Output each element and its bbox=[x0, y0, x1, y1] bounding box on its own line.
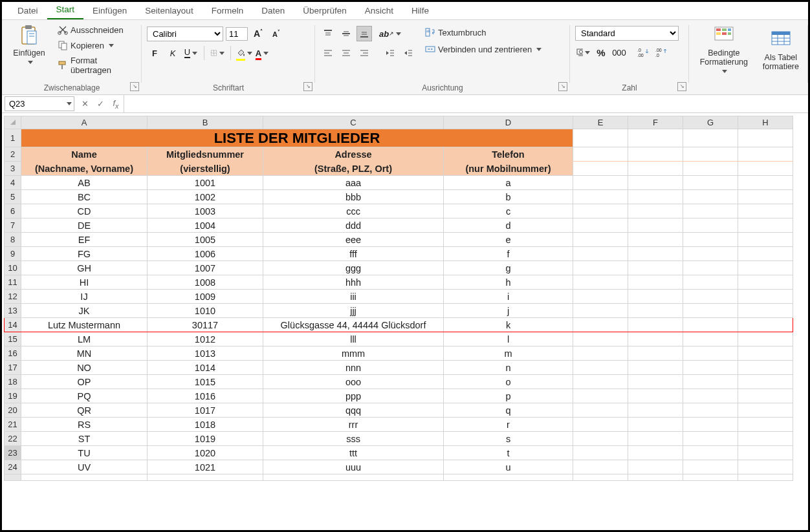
cell[interactable]: 1010 bbox=[148, 304, 263, 318]
cell[interactable]: p bbox=[444, 389, 573, 403]
cell[interactable] bbox=[573, 290, 628, 304]
orientation-button[interactable]: ab↗ bbox=[382, 26, 398, 41]
row-header-3[interactable]: 3 bbox=[5, 162, 21, 176]
menu-tab-einfügen[interactable]: Einfügen bbox=[83, 2, 136, 19]
cell[interactable] bbox=[628, 361, 683, 375]
cell[interactable] bbox=[573, 218, 628, 233]
cell[interactable] bbox=[738, 418, 793, 432]
cell[interactable] bbox=[683, 304, 738, 318]
cell[interactable]: 1003 bbox=[148, 204, 263, 218]
copy-button[interactable]: Kopieren bbox=[55, 39, 137, 52]
row-header-10[interactable]: 10 bbox=[5, 261, 21, 275]
cell[interactable] bbox=[573, 176, 628, 190]
align-center-button[interactable] bbox=[338, 45, 354, 61]
format-as-table-button[interactable]: Als Tabelformatiere bbox=[759, 25, 803, 78]
cell[interactable]: 1002 bbox=[148, 190, 263, 204]
chevron-down-icon[interactable] bbox=[67, 102, 72, 105]
cell[interactable]: bbb bbox=[263, 190, 444, 204]
menu-tab-daten[interactable]: Daten bbox=[252, 2, 294, 19]
menu-tab-hilfe[interactable]: Hilfe bbox=[402, 2, 438, 19]
header-cell[interactable] bbox=[738, 147, 793, 162]
cell[interactable]: EF bbox=[21, 233, 148, 247]
cell[interactable]: ttt bbox=[263, 446, 444, 460]
cell[interactable]: fff bbox=[263, 247, 444, 261]
cell[interactable]: r bbox=[444, 418, 573, 432]
cell[interactable] bbox=[573, 261, 628, 275]
menu-tab-seitenlayout[interactable]: Seitenlayout bbox=[136, 2, 202, 19]
menu-tab-ansicht[interactable]: Ansicht bbox=[356, 2, 402, 19]
cell[interactable] bbox=[683, 432, 738, 446]
cell[interactable] bbox=[738, 375, 793, 389]
menu-tab-start[interactable]: Start bbox=[47, 1, 84, 19]
cell[interactable] bbox=[683, 332, 738, 346]
cell[interactable]: 1004 bbox=[148, 218, 263, 233]
row-header-20[interactable]: 20 bbox=[5, 403, 21, 418]
cell[interactable]: 1021 bbox=[148, 460, 263, 474]
cell[interactable] bbox=[738, 204, 793, 218]
cell[interactable] bbox=[628, 275, 683, 290]
header-cell[interactable] bbox=[683, 147, 738, 162]
cell[interactable]: u bbox=[444, 460, 573, 474]
row-header[interactable] bbox=[5, 474, 21, 481]
cell[interactable] bbox=[738, 304, 793, 318]
name-box[interactable] bbox=[5, 96, 74, 111]
cell[interactable] bbox=[628, 432, 683, 446]
cell[interactable] bbox=[683, 460, 738, 474]
decrease-font-button[interactable]: A˅ bbox=[268, 26, 284, 41]
align-middle-button[interactable] bbox=[338, 26, 354, 41]
cell[interactable] bbox=[628, 233, 683, 247]
col-header-G[interactable]: G bbox=[683, 116, 738, 129]
cell[interactable]: ppp bbox=[263, 389, 444, 403]
col-header-E[interactable]: E bbox=[573, 116, 628, 129]
cell[interactable] bbox=[683, 361, 738, 375]
cell[interactable]: 1018 bbox=[148, 418, 263, 432]
cell[interactable]: TU bbox=[21, 446, 148, 460]
fill-color-button[interactable] bbox=[236, 45, 252, 61]
cell[interactable] bbox=[573, 418, 628, 432]
cell[interactable] bbox=[683, 375, 738, 389]
format-painter-button[interactable]: Format übertragen bbox=[55, 54, 137, 76]
cell[interactable] bbox=[628, 389, 683, 403]
cell[interactable] bbox=[628, 446, 683, 460]
cell[interactable] bbox=[573, 332, 628, 346]
col-header-F[interactable]: F bbox=[628, 116, 683, 129]
row-header-4[interactable]: 4 bbox=[5, 176, 21, 190]
cell[interactable] bbox=[573, 275, 628, 290]
cell[interactable]: a bbox=[444, 176, 573, 190]
align-bottom-button[interactable] bbox=[356, 26, 372, 41]
cell[interactable] bbox=[738, 389, 793, 403]
cell[interactable]: n bbox=[444, 361, 573, 375]
cell[interactable]: 1020 bbox=[148, 446, 263, 460]
cell[interactable] bbox=[628, 304, 683, 318]
spreadsheet-grid[interactable]: ABCDEFGH 1LISTE DER MITGLIEDER2NameMitgl… bbox=[4, 116, 806, 528]
cell[interactable]: b bbox=[444, 190, 573, 204]
header-cell[interactable]: (Straße, PLZ, Ort) bbox=[263, 162, 444, 176]
cell[interactable] bbox=[628, 346, 683, 361]
row-header-1[interactable]: 1 bbox=[5, 129, 21, 147]
cell[interactable]: RS bbox=[21, 418, 148, 432]
cell[interactable] bbox=[738, 432, 793, 446]
cell[interactable]: ggg bbox=[263, 261, 444, 275]
header-cell[interactable]: (nur Mobilnummer) bbox=[444, 162, 573, 176]
cell[interactable]: d bbox=[444, 218, 573, 233]
header-cell[interactable]: Mitgliedsnummer bbox=[148, 147, 263, 162]
menu-tab-formeln[interactable]: Formeln bbox=[202, 2, 253, 19]
cell[interactable] bbox=[573, 129, 628, 147]
cell[interactable] bbox=[683, 418, 738, 432]
cell[interactable]: uuu bbox=[263, 460, 444, 474]
row-header-11[interactable]: 11 bbox=[5, 275, 21, 290]
merge-center-button[interactable]: Verbinden und zentrieren bbox=[422, 43, 544, 56]
cell[interactable] bbox=[683, 129, 738, 147]
cell[interactable]: nnn bbox=[263, 361, 444, 375]
font-family-select[interactable]: Calibri bbox=[147, 27, 223, 41]
cell[interactable] bbox=[573, 304, 628, 318]
cell[interactable] bbox=[573, 318, 628, 332]
cell[interactable]: LM bbox=[21, 332, 148, 346]
cell[interactable]: 1015 bbox=[148, 375, 263, 389]
cell[interactable]: HI bbox=[21, 275, 148, 290]
menu-tab-datei[interactable]: Datei bbox=[8, 2, 47, 19]
number-format-select[interactable]: Standard bbox=[575, 26, 679, 41]
paste-button[interactable]: Einfügen bbox=[7, 23, 51, 69]
header-cell[interactable] bbox=[683, 162, 738, 176]
cell[interactable] bbox=[683, 275, 738, 290]
